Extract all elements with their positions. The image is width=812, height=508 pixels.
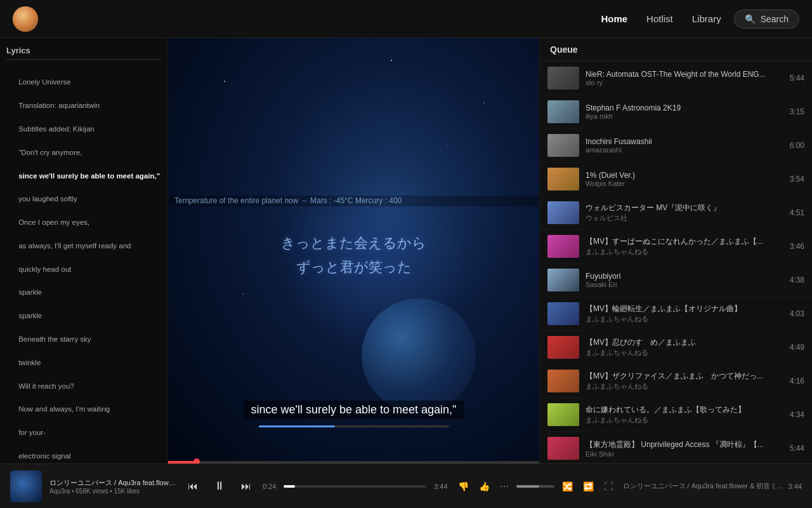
next-button[interactable]: ⏭ [237, 478, 255, 495]
lyrics-line-12: twinkle [18, 359, 41, 366]
queue-item-info: NieR: Automata OST-The Weight of the Wor… [586, 70, 783, 86]
bottom-player: ロンリーユニバース / Aqu3ra feat.flower & 初音ミク - … [0, 464, 812, 508]
queue-item-duration: 4:51 [790, 208, 804, 217]
queue-item[interactable]: Inochini Fusawashii amazarashi 6:00 [540, 129, 812, 163]
queue-item-artist: Sasaki Eri [586, 281, 783, 288]
nav-home[interactable]: Home [601, 13, 627, 24]
queue-now-playing-label: ロンリーユニバース / Aqu3ra feat.flower & 初音ミ... [623, 481, 783, 491]
current-time: 0:24 [263, 483, 276, 490]
repeat-button[interactable]: 🔁 [580, 479, 596, 494]
nav-library[interactable]: Library [692, 13, 721, 24]
queue-item-thumbnail [547, 437, 579, 460]
like-button[interactable]: 👍 [476, 479, 492, 494]
player-right-controls: 👎 👍 ⋯ 🔀 🔁 ⛶ ロンリーユニバース / Aqu3ra feat.flow… [455, 479, 802, 494]
lyrics-line-6: Once I open my eyes, [18, 218, 89, 226]
dislike-button[interactable]: 👎 [455, 479, 471, 494]
lyrics-line-7: as always, I'll get myself ready and [18, 242, 131, 250]
user-avatar[interactable] [13, 6, 38, 32]
queue-item-info: 命に嫌われている。／まふまふ【歌ってみた】 まふまふちゃんねる [586, 404, 783, 425]
queue-item-artist: Eiki Shiki [586, 450, 783, 458]
more-options-button[interactable]: ⋯ [497, 479, 511, 494]
queue-item[interactable]: Stephan F Astronomia 2K19 iliya mkh 3:15 [540, 95, 812, 129]
fullscreen-button[interactable]: ⛶ [601, 479, 615, 494]
subtitle-progress-bg [259, 425, 449, 427]
lyrics-line-4-highlight: since we'll surely be able to meet again… [18, 172, 160, 180]
search-icon: 🔍 [745, 14, 756, 24]
queue-item-info: 【MV】すーぱーぬこになれんかった／まふまふ【... まふまふちゃんねる [586, 236, 783, 257]
queue-item-thumbnail [547, 67, 579, 90]
queue-item-info: Inochini Fusawashii amazarashi [586, 137, 783, 154]
queue-item-artist: まふまふちゃんねる [586, 247, 783, 257]
queue-item-title: 【MV】すーぱーぬこになれんかった／まふまふ【... [586, 236, 783, 247]
queue-item-info: 1% (Duet Ver.) Wolpis Kater [586, 171, 783, 187]
queue-item[interactable]: NieR: Automata OST-The Weight of the Wor… [540, 62, 812, 95]
main-content: Lyrics Lonely Universe Translation: aqua… [0, 38, 812, 464]
queue-item[interactable]: 命に嫌われている。／まふまふ【歌ってみた】 まふまふちゃんねる 4:34 [540, 398, 812, 432]
queue-item-title: Fuyubiyori [586, 272, 783, 281]
queue-item-duration: 5:44 [790, 74, 804, 83]
queue-item[interactable]: 【MV】ザクリファイス／まふまふ かつて神だっ... まふまふちゃんねる 4:1… [540, 364, 812, 398]
queue-item-duration: 3:46 [790, 242, 804, 251]
video-player[interactable]: Temperature of the entire planet now ～ M… [168, 38, 539, 464]
queue-item-artist: まふまふちゃんねる [586, 314, 783, 324]
queue-item-duration: 5:44 [790, 444, 804, 453]
queue-item[interactable]: 【MV】輪廻転生／まふまふ【オリジナル曲】 まふまふちゃんねる 4:03 [540, 297, 812, 331]
player-progress-bar[interactable] [284, 485, 426, 488]
queue-item-title: 【東方地霊殿】 Unprivileged Access 『凋叶棕』【... [586, 439, 783, 450]
queue-header: Queue [540, 38, 812, 62]
queue-item[interactable]: 【MV】すーぱーぬこになれんかった／まふまふ【... まふまふちゃんねる 3:4… [540, 230, 812, 264]
volume-slider[interactable] [516, 485, 554, 488]
lyrics-line-8: quickly head out [18, 265, 71, 273]
player-song-sub: Aqu3ra • 658K views • 15K likes [49, 488, 176, 495]
queue-item-info: 【MV】輪廻転生／まふまふ【オリジナル曲】 まふまふちゃんねる [586, 304, 783, 324]
lyrics-line-1: Translation: aquariantwin [18, 102, 100, 109]
queue-item-artist: ウォルピス社 [586, 213, 783, 223]
queue-item-info: 【MV】ザクリファイス／まふまふ かつて神だっ... まふまふちゃんねる [586, 371, 783, 391]
queue-item[interactable]: 【東方地霊殿】 Unprivileged Access 『凋叶棕』【... Ei… [540, 432, 812, 464]
queue-item-artist: sto ry [586, 79, 783, 86]
queue-item-thumbnail [547, 201, 579, 224]
queue-item-thumbnail [547, 403, 579, 426]
queue-item-title: ウォルピスカーター MV『泥中に咲く』 [586, 203, 783, 213]
top-navigation: Home Hotlist Library 🔍 Search [0, 0, 812, 38]
queue-item[interactable]: ウォルピスカーター MV『泥中に咲く』 ウォルピス社 4:51 [540, 196, 812, 230]
queue-item-thumbnail [547, 100, 579, 123]
queue-item-info: Fuyubiyori Sasaki Eri [586, 272, 783, 288]
lyrics-line-5: you laughed softly [18, 195, 77, 203]
queue-item-info: ウォルピスカーター MV『泥中に咲く』 ウォルピス社 [586, 203, 783, 223]
lyrics-line-11: Beneath the starry sky [18, 335, 91, 343]
total-time: 3:44 [434, 483, 447, 490]
planet-visual [362, 298, 476, 413]
play-pause-button[interactable]: ⏸ [208, 475, 231, 498]
queue-item-duration: 4:34 [790, 410, 804, 419]
player-controls: ⏮ ⏸ ⏭ [184, 475, 255, 498]
nav-hotlist[interactable]: Hotlist [646, 13, 673, 24]
shuffle-button[interactable]: 🔀 [560, 479, 575, 494]
video-progress-fill [168, 461, 197, 464]
search-button[interactable]: 🔍 Search [734, 10, 799, 29]
queue-item-title: Stephan F Astronomia 2K19 [586, 104, 783, 112]
queue-item-artist: Wolpis Kater [586, 180, 783, 187]
queue-item[interactable]: 1% (Duet Ver.) Wolpis Kater 3:54 [540, 163, 812, 196]
queue-item-title: 【MV】ザクリファイス／まふまふ かつて神だっ... [586, 371, 783, 382]
lyrics-line-16: electronic signal [18, 452, 70, 460]
video-progress-bar[interactable] [168, 461, 539, 464]
queue-item-title: 命に嫌われている。／まふまふ【歌ってみた】 [586, 404, 783, 415]
queue-item-title: 1% (Duet Ver.) [586, 171, 783, 180]
queue-panel: Queue NieR: Automata OST-The Weight of t… [539, 38, 812, 464]
queue-list: NieR: Automata OST-The Weight of the Wor… [540, 62, 812, 464]
lyrics-panel: Lyrics Lonely Universe Translation: aqua… [0, 38, 168, 464]
queue-item-artist: iliya mkh [586, 112, 783, 120]
japanese-line2: ずっと君が笑った [281, 258, 426, 277]
nav-links: Home Hotlist Library [601, 13, 721, 24]
queue-item-info: Stephan F Astronomia 2K19 iliya mkh [586, 104, 783, 120]
video-subtitle: since we'll surely be able to meet again… [244, 401, 464, 419]
previous-button[interactable]: ⏮ [184, 478, 202, 495]
queue-item[interactable]: 【MV】忍びのすゝめ／まふまふ まふまふちゃんねる 4:49 [540, 331, 812, 364]
planet-info-text: Temperature of the entire planet now ～ M… [174, 196, 402, 206]
player-song-info: ロンリーユニバース / Aqu3ra feat.flower & 初音ミク - … [49, 478, 176, 495]
queue-item-artist: まふまふちゃんねる [586, 348, 783, 358]
queue-item-duration: 6:00 [790, 141, 804, 150]
queue-item[interactable]: Fuyubiyori Sasaki Eri 4:38 [540, 264, 812, 297]
lyrics-line-15: for your- [18, 429, 46, 436]
